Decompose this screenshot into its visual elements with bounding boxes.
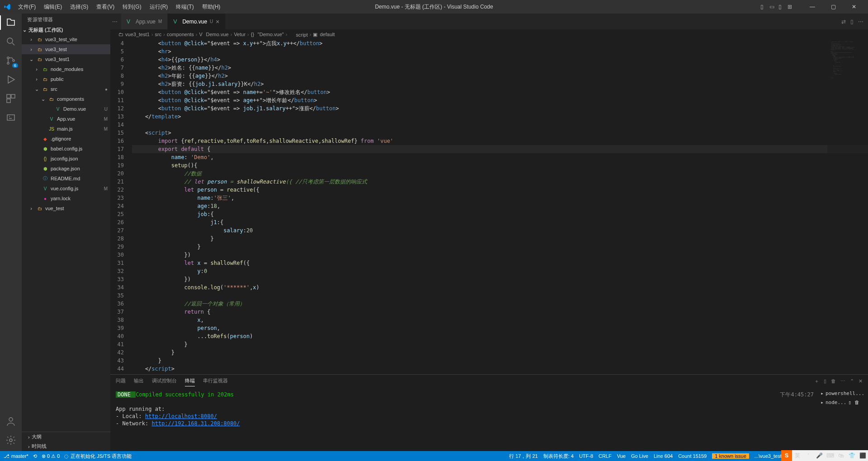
tree-item[interactable]: ⌄🗀components	[22, 94, 110, 104]
split-editor-icon[interactable]: ▯	[850, 19, 854, 25]
timeline-header[interactable]: ›时间线	[22, 442, 110, 451]
tree-item[interactable]: JSmain.jsM	[22, 124, 110, 134]
more-panel-icon[interactable]: ⋯	[840, 378, 845, 386]
panel-tabs[interactable]: 问题输出调试控制台终端串行监视器 ＋ ▯ 🗑 ⋯ ⌃ ✕	[110, 375, 868, 389]
menu-item[interactable]: 查看(V)	[93, 1, 118, 13]
menu-item[interactable]: 选择(S)	[66, 1, 92, 13]
status-item[interactable]: Go Live	[631, 453, 648, 459]
status-item[interactable]: 制表符长度: 4	[543, 453, 574, 460]
editor-tab[interactable]: VDemo.vueU×	[168, 14, 225, 29]
split-terminal-icon[interactable]: ▯	[824, 378, 826, 386]
tree-item[interactable]: ›🗀vue_test	[22, 203, 110, 213]
breadcrumb-item[interactable]: V Demo.vue	[199, 32, 229, 37]
status-bar: ⎇ master* ⟲ ⊗ 0 ⚠ 0 ◌ 正在初始化 JS/TS 语言功能 行…	[0, 451, 868, 461]
outline-header[interactable]: ›大纲	[22, 432, 110, 442]
tree-item[interactable]: ⌄🗀src●	[22, 84, 110, 94]
breadcrumb-item[interactable]: ▣ default	[313, 32, 335, 37]
status-item[interactable]: CRLF	[599, 453, 612, 459]
new-terminal-icon[interactable]: ＋	[814, 378, 819, 386]
run-debug-icon[interactable]	[5, 74, 16, 85]
tree-item[interactable]: ›🗀vue3_test_vite	[22, 34, 110, 44]
account-icon[interactable]	[5, 416, 16, 427]
toggle-word-wrap-icon[interactable]: ⇄	[841, 19, 846, 25]
status-warning[interactable]: 1 known issue	[712, 453, 749, 459]
ime-key[interactable]: 🛍	[835, 450, 846, 461]
breadcrumb-item[interactable]: 🗀 vue3_test1	[118, 32, 150, 37]
serial-icon[interactable]	[5, 112, 16, 123]
tree-item[interactable]: ›🗀vue3_test	[22, 44, 110, 54]
tree-item[interactable]: VDemo.vueU	[22, 104, 110, 114]
ime-key[interactable]: ⬛	[857, 450, 868, 461]
breadcrumb-item[interactable]: script	[289, 31, 307, 38]
tree-item[interactable]: ◆.gitignore	[22, 134, 110, 144]
layout-bottom-icon[interactable]: ▭	[769, 4, 776, 10]
status-item[interactable]: 行 17，列 21	[509, 453, 538, 460]
status-branch[interactable]: ⎇ master*	[4, 453, 28, 459]
status-item[interactable]: Vue	[617, 453, 626, 459]
panel-tab[interactable]: 串行监视器	[203, 377, 228, 386]
activity-bar: 6	[0, 14, 22, 451]
menu-item[interactable]: 文件(F)	[14, 1, 39, 13]
panel-tab[interactable]: 输出	[134, 377, 144, 386]
sidebar-section-header[interactable]: ⌄无标题 (工作区)	[22, 26, 110, 34]
ime-key[interactable]: '	[803, 450, 814, 461]
chevron-up-icon[interactable]: ⌃	[850, 378, 854, 386]
tree-item[interactable]: ●yarn.lock	[22, 193, 110, 203]
status-sync[interactable]: ⟲	[33, 453, 37, 459]
menu-item[interactable]: 编辑(E)	[40, 1, 66, 13]
layout-grid-icon[interactable]: ⊞	[788, 4, 794, 10]
more-icon[interactable]: ⋯	[112, 19, 118, 25]
breadcrumb-item[interactable]: components	[167, 32, 194, 37]
terminal-list[interactable]: ▸powershell...▸node... ▯ 🗑	[819, 389, 866, 407]
ime-key[interactable]: 英	[792, 450, 803, 461]
close-panel-icon[interactable]: ✕	[859, 378, 863, 386]
maximize-icon[interactable]: ▢	[823, 0, 844, 14]
minimize-icon[interactable]: ―	[802, 0, 823, 14]
menubar[interactable]: 文件(F)编辑(E)选择(S)查看(V)转到(G)运行(R)终端(T)帮助(H)	[14, 1, 224, 13]
tree-item[interactable]: ›🗀public	[22, 74, 110, 84]
source-control-icon[interactable]: 6	[5, 55, 16, 66]
explorer-icon[interactable]	[5, 17, 16, 28]
tree-item[interactable]: Vvue.config.jsM	[22, 183, 110, 193]
breadcrumb-item[interactable]: src	[155, 32, 162, 37]
menu-item[interactable]: 运行(R)	[146, 1, 172, 13]
breadcrumb-item[interactable]: Vetur	[234, 32, 245, 37]
minimap[interactable]: <button @click="$event => x.y++">点我x.y++…	[827, 39, 868, 374]
status-item[interactable]: Count 15159	[678, 453, 707, 459]
panel-tab[interactable]: 问题	[116, 377, 126, 386]
ime-key[interactable]: 🎤	[814, 450, 825, 461]
tree-item[interactable]: VApp.vueM	[22, 114, 110, 124]
menu-item[interactable]: 帮助(H)	[198, 1, 224, 13]
editor-more-icon[interactable]: ⋯	[858, 19, 863, 25]
ime-key[interactable]: 👕	[846, 450, 857, 461]
layout-right-icon[interactable]: ▯	[778, 4, 785, 10]
terminal-output[interactable]: 下午4:45:27 ▸powershell...▸node... ▯ 🗑 DON…	[110, 389, 868, 451]
menu-item[interactable]: 终端(T)	[172, 1, 197, 13]
tree-item[interactable]: ⬢babel.config.js	[22, 144, 110, 154]
close-tab-icon[interactable]: ×	[216, 18, 219, 25]
breadcrumb[interactable]: 🗀 vue3_test1›src›components›V Demo.vue›V…	[110, 29, 868, 39]
panel-tab[interactable]: 终端	[185, 377, 195, 386]
tree-item[interactable]: ⌄🗀vue3_test1	[22, 54, 110, 64]
ime-key[interactable]: S	[781, 450, 792, 461]
tree-item[interactable]: ›🗀node_modules	[22, 64, 110, 74]
extensions-icon[interactable]	[5, 93, 16, 104]
code-editor[interactable]: <button @click="$event => x.y++">点我x.y++…	[132, 39, 868, 374]
panel-tab[interactable]: 调试控制台	[152, 377, 177, 386]
settings-gear-icon[interactable]	[5, 435, 16, 446]
editor-tab[interactable]: VApp.vueM	[121, 14, 168, 29]
tree-item[interactable]: ⬢package.json	[22, 164, 110, 174]
trash-icon[interactable]: 🗑	[831, 378, 836, 386]
status-problems[interactable]: ⊗ 0 ⚠ 0	[42, 453, 60, 459]
search-icon[interactable]	[5, 36, 16, 47]
tree-item[interactable]: {}jsconfig.json	[22, 154, 110, 164]
breadcrumb-item[interactable]: {} "Demo.vue"	[251, 32, 284, 37]
close-icon[interactable]: ✕	[844, 0, 864, 14]
ime-bar[interactable]: S英'🎤⌨🛍👕⬛	[781, 450, 868, 461]
tree-item[interactable]: ⓘREADME.md	[22, 174, 110, 183]
menu-item[interactable]: 转到(G)	[119, 1, 145, 13]
status-item[interactable]: UTF-8	[579, 453, 593, 459]
status-item[interactable]: Line 604	[654, 453, 673, 459]
layout-left-icon[interactable]: ▯	[760, 4, 767, 10]
ime-key[interactable]: ⌨	[825, 450, 835, 461]
